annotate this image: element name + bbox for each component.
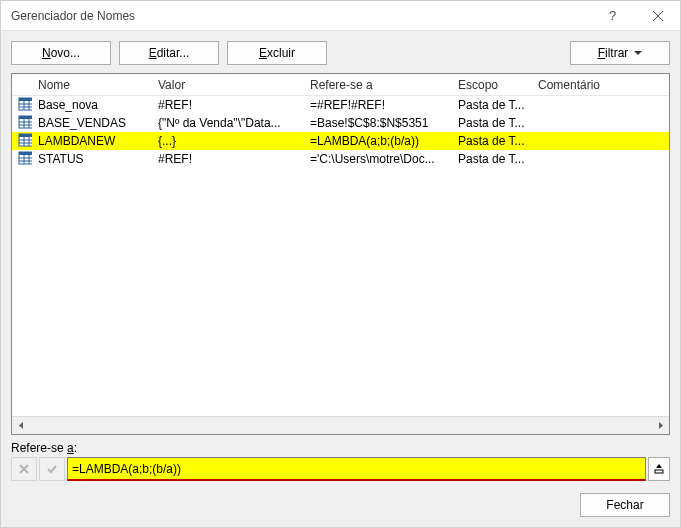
col-comment[interactable]: Comentário (532, 78, 669, 92)
cell-scope: Pasta de T... (452, 152, 532, 166)
range-picker-button[interactable] (648, 457, 670, 481)
refers-to-label: Refere-se a: (11, 441, 670, 457)
table-row[interactable]: LAMBDANEW{...}=LAMBDA(a;b;(b/a))Pasta de… (12, 132, 669, 150)
col-ref[interactable]: Refere-se a (304, 78, 452, 92)
close-button[interactable]: Fechar (580, 493, 670, 517)
col-name[interactable]: Nome (32, 78, 152, 92)
names-list: Nome Valor Refere-se a Escopo Comentário… (11, 73, 670, 435)
refers-to-area: Refere-se a: (1, 435, 680, 485)
delete-button[interactable]: Excluir (227, 41, 327, 65)
table-icon (12, 133, 32, 150)
window-title: Gerenciador de Nomes (11, 9, 590, 23)
table-icon (12, 151, 32, 168)
cell-value: {...} (152, 134, 304, 148)
cell-value: {"Nº da Venda"\"Data... (152, 116, 304, 130)
column-header-row: Nome Valor Refere-se a Escopo Comentário (12, 74, 669, 96)
cell-name: Base_nova (32, 98, 152, 112)
cell-name: BASE_VENDAS (32, 116, 152, 130)
cell-ref: =#REF!#REF! (304, 98, 452, 112)
cell-name: LAMBDANEW (32, 134, 152, 148)
dialog-footer: Fechar (1, 485, 680, 527)
edit-button[interactable]: Editar... (119, 41, 219, 65)
cell-name: STATUS (32, 152, 152, 166)
help-button[interactable]: ? (590, 1, 635, 31)
svg-rect-15 (19, 134, 32, 137)
svg-rect-3 (19, 98, 32, 101)
cell-scope: Pasta de T... (452, 134, 532, 148)
cell-scope: Pasta de T... (452, 116, 532, 130)
cell-ref: ='C:\Users\motre\Doc... (304, 152, 452, 166)
new-button[interactable]: Novo... (11, 41, 111, 65)
svg-marker-26 (19, 422, 23, 429)
cell-value: #REF! (152, 152, 304, 166)
toolbar: Novo... Editar... Excluir Filtrar (1, 31, 680, 73)
name-manager-dialog: Gerenciador de Nomes ? Novo... Editar...… (0, 0, 681, 528)
col-value[interactable]: Valor (152, 78, 304, 92)
svg-marker-27 (659, 422, 663, 429)
titlebar: Gerenciador de Nomes ? (1, 1, 680, 31)
filter-button[interactable]: Filtrar (570, 41, 670, 65)
table-row[interactable]: BASE_VENDAS{"Nº da Venda"\"Data...=Base!… (12, 114, 669, 132)
svg-marker-31 (656, 464, 662, 468)
rows-area: Base_nova#REF!=#REF!#REF!Pasta de T...BA… (12, 96, 669, 416)
cell-ref: =LAMBDA(a;b;(b/a)) (304, 134, 452, 148)
svg-rect-21 (19, 152, 32, 155)
col-scope[interactable]: Escopo (452, 78, 532, 92)
scroll-left-icon[interactable] (12, 417, 30, 434)
svg-rect-30 (655, 470, 663, 473)
scroll-right-icon[interactable] (651, 417, 669, 434)
horizontal-scrollbar[interactable] (12, 416, 669, 434)
svg-rect-9 (19, 116, 32, 119)
table-row[interactable]: Base_nova#REF!=#REF!#REF!Pasta de T... (12, 96, 669, 114)
cell-scope: Pasta de T... (452, 98, 532, 112)
cancel-edit-button (11, 457, 37, 481)
cell-value: #REF! (152, 98, 304, 112)
commit-edit-button (39, 457, 65, 481)
cell-ref: =Base!$C$8:$N$5351 (304, 116, 452, 130)
table-icon (12, 115, 32, 132)
refers-to-input[interactable] (67, 457, 646, 481)
close-window-button[interactable] (635, 1, 680, 31)
table-icon (12, 97, 32, 114)
table-row[interactable]: STATUS#REF!='C:\Users\motre\Doc...Pasta … (12, 150, 669, 168)
